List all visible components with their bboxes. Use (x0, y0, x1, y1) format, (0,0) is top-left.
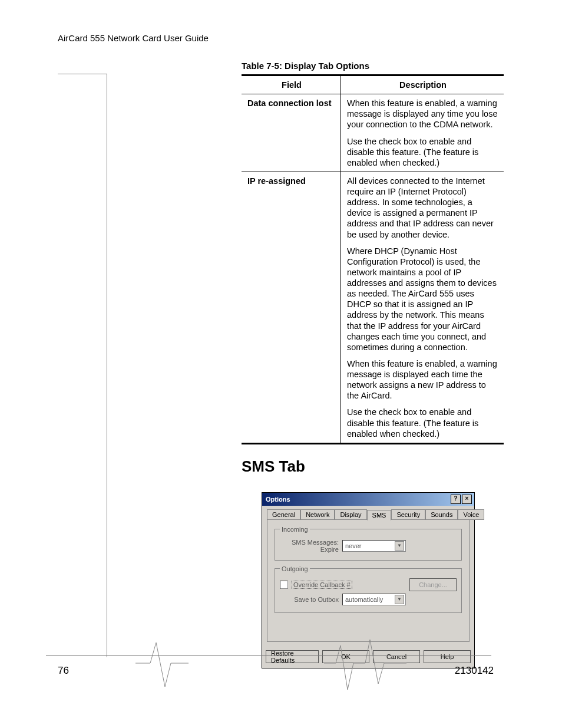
close-button[interactable]: × (462, 495, 472, 504)
override-callback-checkbox[interactable] (280, 581, 288, 589)
row-desc-para: When this feature is enabled, a warning … (347, 98, 499, 130)
page-number: 76 (58, 665, 69, 677)
save-to-outbox-select[interactable]: automatically ▼ (342, 594, 406, 605)
outgoing-legend: Outgoing (280, 565, 310, 572)
tab-network[interactable]: Network (300, 509, 335, 520)
help-button[interactable]: Help (424, 650, 471, 663)
save-to-outbox-value: automatically (345, 596, 383, 603)
section-heading-sms-tab: SMS Tab (242, 457, 504, 476)
tab-sms[interactable]: SMS (367, 510, 392, 521)
col-header-field: Field (242, 75, 341, 94)
tab-general[interactable]: General (267, 509, 300, 520)
override-callback-label: Override Callback # (292, 581, 352, 589)
dialog-title: Options (266, 496, 290, 503)
row-desc-para: Where DHCP (Dynamic Host Configuration P… (347, 246, 499, 353)
row-description: All devices connected to the Internet re… (341, 172, 504, 443)
sms-expire-label: SMS Messages: Expire (280, 539, 339, 553)
row-desc-para: Use the check box to enable and disable … (347, 407, 499, 439)
sms-expire-value: never (345, 542, 362, 549)
table-row: Data connection lost When this feature i… (242, 94, 504, 172)
sms-tab-panel: Incoming SMS Messages: Expire never ▼ Ou… (267, 519, 470, 642)
col-header-description: Description (341, 75, 504, 94)
tab-voice[interactable]: Voice (458, 509, 484, 520)
decorative-wave-icon (324, 634, 406, 693)
display-tab-options-table: Field Description Data connection lost W… (242, 74, 504, 444)
footer-rule (46, 655, 491, 656)
decorative-wave-icon (135, 634, 189, 693)
row-desc-para: All devices connected to the Internet re… (347, 176, 499, 240)
table-caption: Table 7-5: Display Tab Options (242, 61, 504, 71)
dialog-titlebar[interactable]: Options ? × (262, 493, 474, 506)
row-description: When this feature is enabled, a warning … (341, 94, 504, 172)
row-field: IP re-assigned (242, 172, 341, 443)
row-field: Data connection lost (242, 94, 341, 172)
outgoing-group: Outgoing Override Callback # Change... S… (275, 565, 462, 613)
tab-display[interactable]: Display (335, 509, 366, 520)
row-desc-para: Use the check box to enable and disable … (347, 136, 499, 168)
running-header: AirCard 555 Network Card User Guide (58, 33, 504, 43)
left-margin-frame (58, 74, 107, 657)
incoming-group: Incoming SMS Messages: Expire never ▼ (275, 526, 462, 561)
row-desc-para: When this feature is enabled, a warning … (347, 358, 499, 401)
incoming-legend: Incoming (280, 526, 310, 533)
sms-expire-select[interactable]: never ▼ (342, 540, 406, 552)
change-button[interactable]: Change... (409, 578, 457, 591)
chevron-down-icon: ▼ (395, 541, 404, 551)
document-number: 2130142 (455, 665, 494, 677)
table-row: IP re-assigned All devices connected to … (242, 172, 504, 443)
tab-security[interactable]: Security (391, 509, 425, 520)
chevron-down-icon: ▼ (395, 595, 404, 604)
save-to-outbox-label: Save to Outbox (280, 596, 339, 603)
restore-defaults-button[interactable]: Restore Defaults (266, 650, 319, 663)
tab-sounds[interactable]: Sounds (425, 509, 458, 520)
context-help-button[interactable]: ? (451, 495, 461, 504)
